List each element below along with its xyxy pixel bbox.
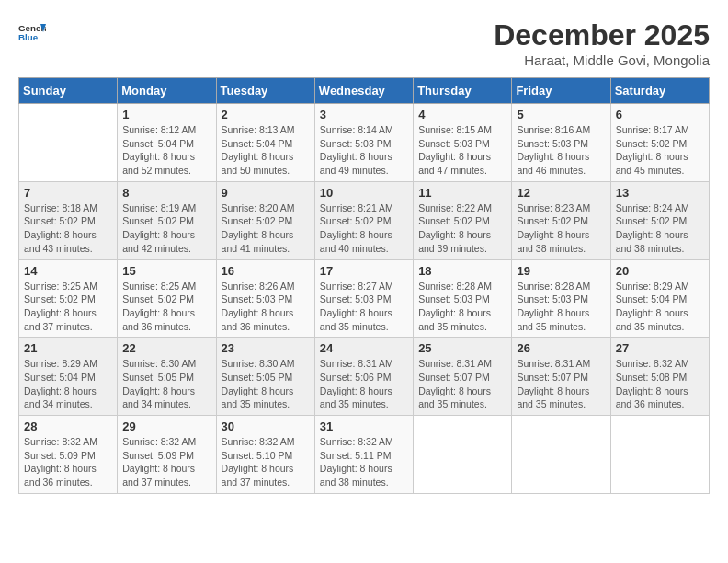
- table-row: 5 Sunrise: 8:16 AMSunset: 5:03 PMDayligh…: [512, 104, 610, 182]
- table-row: 19 Sunrise: 8:28 AMSunset: 5:03 PMDaylig…: [512, 259, 610, 338]
- table-row: 27 Sunrise: 8:32 AMSunset: 5:08 PMDaylig…: [610, 338, 709, 416]
- page-title: December 2025: [494, 18, 710, 52]
- table-row: 24 Sunrise: 8:31 AMSunset: 5:06 PMDaylig…: [314, 338, 413, 416]
- table-row: 1 Sunrise: 8:12 AMSunset: 5:04 PMDayligh…: [118, 104, 216, 182]
- table-row: 15 Sunrise: 8:25 AMSunset: 5:02 PMDaylig…: [118, 259, 216, 338]
- day-number: 27: [616, 341, 704, 355]
- page-subtitle: Haraat, Middle Govi, Mongolia: [494, 52, 710, 68]
- day-info: Sunrise: 8:23 AMSunset: 5:02 PMDaylight:…: [517, 202, 590, 254]
- day-number: 30: [222, 419, 310, 433]
- header-tuesday: Tuesday: [216, 78, 314, 104]
- header-thursday: Thursday: [414, 78, 512, 104]
- day-number: 14: [24, 264, 112, 278]
- day-number: 18: [418, 264, 506, 278]
- day-info: Sunrise: 8:14 AMSunset: 5:03 PMDaylight:…: [320, 124, 393, 176]
- day-info: Sunrise: 8:15 AMSunset: 5:03 PMDaylight:…: [418, 124, 492, 176]
- day-info: Sunrise: 8:32 AMSunset: 5:09 PMDaylight:…: [24, 436, 97, 488]
- day-number: 22: [122, 341, 210, 355]
- calendar-week-row: 21 Sunrise: 8:29 AMSunset: 5:04 PMDaylig…: [19, 338, 710, 416]
- day-info: Sunrise: 8:21 AMSunset: 5:02 PMDaylight:…: [320, 202, 393, 254]
- table-row: 23 Sunrise: 8:30 AMSunset: 5:05 PMDaylig…: [216, 338, 314, 416]
- day-info: Sunrise: 8:17 AMSunset: 5:02 PMDaylight:…: [616, 124, 689, 176]
- header-monday: Monday: [118, 78, 216, 104]
- day-number: 10: [320, 186, 408, 200]
- title-area: December 2025 Haraat, Middle Govi, Mongo…: [494, 18, 710, 68]
- day-number: 9: [222, 186, 310, 200]
- day-info: Sunrise: 8:26 AMSunset: 5:03 PMDaylight:…: [222, 281, 295, 332]
- day-number: 1: [122, 108, 210, 121]
- day-info: Sunrise: 8:32 AMSunset: 5:11 PMDaylight:…: [320, 436, 393, 488]
- day-info: Sunrise: 8:31 AMSunset: 5:07 PMDaylight:…: [418, 358, 492, 409]
- calendar-header-row: Sunday Monday Tuesday Wednesday Thursday…: [19, 78, 710, 104]
- table-row: 3 Sunrise: 8:14 AMSunset: 5:03 PMDayligh…: [314, 104, 413, 182]
- day-number: 21: [24, 341, 112, 355]
- day-info: Sunrise: 8:32 AMSunset: 5:10 PMDaylight:…: [222, 436, 295, 488]
- day-number: 4: [418, 108, 506, 121]
- day-info: Sunrise: 8:31 AMSunset: 5:06 PMDaylight:…: [320, 358, 393, 409]
- day-number: 24: [320, 341, 408, 355]
- calendar-table: Sunday Monday Tuesday Wednesday Thursday…: [18, 77, 710, 494]
- calendar-week-row: 1 Sunrise: 8:12 AMSunset: 5:04 PMDayligh…: [19, 104, 710, 182]
- header-sunday: Sunday: [19, 78, 118, 104]
- day-info: Sunrise: 8:20 AMSunset: 5:02 PMDaylight:…: [222, 202, 295, 254]
- table-row: 25 Sunrise: 8:31 AMSunset: 5:07 PMDaylig…: [414, 338, 512, 416]
- day-info: Sunrise: 8:16 AMSunset: 5:03 PMDaylight:…: [517, 124, 590, 176]
- day-info: Sunrise: 8:32 AMSunset: 5:09 PMDaylight:…: [122, 436, 196, 488]
- day-info: Sunrise: 8:30 AMSunset: 5:05 PMDaylight:…: [222, 358, 295, 409]
- day-number: 5: [517, 108, 605, 121]
- table-row: 20 Sunrise: 8:29 AMSunset: 5:04 PMDaylig…: [610, 259, 709, 338]
- table-row: 4 Sunrise: 8:15 AMSunset: 5:03 PMDayligh…: [414, 104, 512, 182]
- table-row: 21 Sunrise: 8:29 AMSunset: 5:04 PMDaylig…: [19, 338, 118, 416]
- day-info: Sunrise: 8:24 AMSunset: 5:02 PMDaylight:…: [616, 202, 689, 254]
- day-info: Sunrise: 8:29 AMSunset: 5:04 PMDaylight:…: [616, 281, 689, 332]
- table-row: 11 Sunrise: 8:22 AMSunset: 5:02 PMDaylig…: [414, 181, 512, 259]
- day-info: Sunrise: 8:31 AMSunset: 5:07 PMDaylight:…: [517, 358, 590, 409]
- day-info: Sunrise: 8:27 AMSunset: 5:03 PMDaylight:…: [320, 281, 393, 332]
- day-number: 25: [418, 341, 506, 355]
- day-info: Sunrise: 8:32 AMSunset: 5:08 PMDaylight:…: [616, 358, 689, 409]
- table-row: [610, 416, 709, 494]
- day-info: Sunrise: 8:12 AMSunset: 5:04 PMDaylight:…: [122, 124, 196, 176]
- table-row: 8 Sunrise: 8:19 AMSunset: 5:02 PMDayligh…: [118, 181, 216, 259]
- day-number: 3: [320, 108, 408, 121]
- table-row: 2 Sunrise: 8:13 AMSunset: 5:04 PMDayligh…: [216, 104, 314, 182]
- day-info: Sunrise: 8:25 AMSunset: 5:02 PMDaylight:…: [122, 281, 196, 332]
- svg-text:Blue: Blue: [18, 32, 39, 42]
- table-row: [414, 416, 512, 494]
- table-row: 16 Sunrise: 8:26 AMSunset: 5:03 PMDaylig…: [216, 259, 314, 338]
- table-row: 22 Sunrise: 8:30 AMSunset: 5:05 PMDaylig…: [118, 338, 216, 416]
- table-row: 28 Sunrise: 8:32 AMSunset: 5:09 PMDaylig…: [19, 416, 118, 494]
- table-row: 18 Sunrise: 8:28 AMSunset: 5:03 PMDaylig…: [414, 259, 512, 338]
- day-info: Sunrise: 8:28 AMSunset: 5:03 PMDaylight:…: [418, 281, 492, 332]
- day-info: Sunrise: 8:22 AMSunset: 5:02 PMDaylight:…: [418, 202, 492, 254]
- table-row: 7 Sunrise: 8:18 AMSunset: 5:02 PMDayligh…: [19, 181, 118, 259]
- table-row: 13 Sunrise: 8:24 AMSunset: 5:02 PMDaylig…: [610, 181, 709, 259]
- table-row: [19, 104, 118, 182]
- day-info: Sunrise: 8:18 AMSunset: 5:02 PMDaylight:…: [24, 202, 97, 254]
- logo-icon: General Blue: [18, 18, 46, 46]
- day-number: 31: [320, 419, 408, 433]
- day-number: 6: [616, 108, 704, 121]
- table-row: 10 Sunrise: 8:21 AMSunset: 5:02 PMDaylig…: [314, 181, 413, 259]
- day-number: 23: [222, 341, 310, 355]
- table-row: 12 Sunrise: 8:23 AMSunset: 5:02 PMDaylig…: [512, 181, 610, 259]
- table-row: [512, 416, 610, 494]
- day-info: Sunrise: 8:25 AMSunset: 5:02 PMDaylight:…: [24, 281, 97, 332]
- day-number: 7: [24, 186, 112, 200]
- calendar-week-row: 28 Sunrise: 8:32 AMSunset: 5:09 PMDaylig…: [19, 416, 710, 494]
- day-number: 13: [616, 186, 704, 200]
- day-info: Sunrise: 8:13 AMSunset: 5:04 PMDaylight:…: [222, 124, 295, 176]
- table-row: 9 Sunrise: 8:20 AMSunset: 5:02 PMDayligh…: [216, 181, 314, 259]
- day-number: 17: [320, 264, 408, 278]
- day-info: Sunrise: 8:19 AMSunset: 5:02 PMDaylight:…: [122, 202, 196, 254]
- day-number: 11: [418, 186, 506, 200]
- table-row: 30 Sunrise: 8:32 AMSunset: 5:10 PMDaylig…: [216, 416, 314, 494]
- day-number: 26: [517, 341, 605, 355]
- day-number: 19: [517, 264, 605, 278]
- header-saturday: Saturday: [610, 78, 709, 104]
- header-friday: Friday: [512, 78, 610, 104]
- day-number: 12: [517, 186, 605, 200]
- day-number: 8: [122, 186, 210, 200]
- calendar-week-row: 14 Sunrise: 8:25 AMSunset: 5:02 PMDaylig…: [19, 259, 710, 338]
- logo: General Blue: [18, 18, 46, 46]
